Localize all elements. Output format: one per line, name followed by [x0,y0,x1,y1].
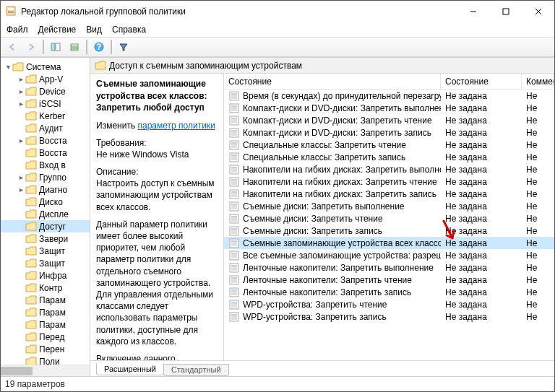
setting-row[interactable]: Съемные диски: Запретить выполнениеНе за… [224,200,554,212]
statusbar: 19 параметров [1,376,554,391]
setting-row[interactable]: Накопители на гибких дисках: Запретить ч… [224,175,554,188]
setting-label: WPD-устройства: Запретить запись [243,312,387,322]
setting-row[interactable]: WPD-устройства: Запретить чтениеНе задан… [224,298,554,310]
tree-item[interactable]: Защит [1,257,90,269]
menu-help[interactable]: Справка [112,25,146,35]
folder-icon [25,87,37,96]
setting-row[interactable]: Съемные диски: Запретить записьНе задана… [224,225,554,237]
folder-icon [25,320,37,329]
tree-label: Поли [39,357,60,365]
tree-item[interactable]: Диспле [1,208,90,220]
setting-row[interactable]: Ленточные накопители: Запретить выполнен… [224,261,554,274]
folder-icon [25,74,37,84]
svg-rect-86 [230,263,238,272]
tree-item[interactable]: Достуг [1,220,90,232]
setting-row[interactable]: Компакт-диски и DVD-диски: Запретить вып… [224,102,554,114]
twisty-icon[interactable]: ▸ [17,186,25,193]
tree-item[interactable]: Контр [1,282,90,294]
folder-icon [25,271,37,280]
twisty-icon[interactable]: ▸ [17,100,25,108]
tree-item[interactable]: Защит [1,245,90,257]
tree-item[interactable]: ▸Device [1,85,90,97]
col-state[interactable]: Состояние [441,74,522,89]
setting-label: Время (в секундах) до принудительной пер… [243,91,441,101]
tree-item[interactable]: Завери [1,232,90,245]
edit-policy-link[interactable]: параметр политики [137,121,215,131]
setting-row[interactable]: Компакт-диски и DVD-диски: Запретить зап… [224,126,554,139]
tree-item[interactable]: Инфра [1,269,90,282]
setting-label: Ленточные накопители: Запретить запись [243,287,411,297]
setting-label: Съемные диски: Запретить чтение [243,214,383,224]
minimize-button[interactable] [457,1,489,22]
tree-item[interactable]: Вход в [1,159,90,171]
help-button[interactable]: ? [90,39,108,55]
tree-item[interactable]: Парам [1,294,90,306]
setting-row[interactable]: Время (в секундах) до принудительной пер… [224,90,554,102]
setting-row[interactable]: Специальные классы: Запретить записьНе з… [224,151,554,163]
state-cell: Не задана [441,189,522,199]
filter-button[interactable] [115,39,132,55]
comment-cell: Не [522,140,554,150]
forward-button[interactable] [22,39,40,55]
setting-icon [228,127,240,139]
comment-cell: Не [522,189,554,199]
twisty-icon[interactable]: ▸ [17,75,25,83]
setting-row[interactable]: Накопители на гибких дисках: Запретить з… [224,188,554,200]
export-list-button[interactable] [66,39,83,55]
twisty-icon[interactable]: ▸ [17,136,25,144]
tree-item[interactable]: ▸iSCSI [1,97,90,110]
tree-item[interactable]: Диско [1,196,90,208]
tree-item[interactable]: Аудит [1,122,90,134]
col-setting[interactable]: Состояние [224,74,441,89]
setting-row[interactable]: Ленточные накопители: Запретить записьНе… [224,286,554,298]
svg-rect-2 [8,11,14,12]
show-hide-tree-button[interactable] [47,39,64,55]
tree-item[interactable]: Kerber [1,110,90,122]
tree-item[interactable]: ▸Диагно [1,183,90,196]
twisty-icon[interactable]: ▸ [17,87,25,95]
twisty-icon[interactable]: ▸ [17,173,25,181]
menu-view[interactable]: Вид [86,25,102,35]
close-button[interactable] [522,1,554,22]
setting-row[interactable]: Специальные классы: Запретить чтениеНе з… [224,139,554,151]
setting-row[interactable]: Съемные запоминающие устройства всех кла… [224,237,554,249]
setting-icon [228,103,240,114]
setting-row[interactable]: Компакт-диски и DVD-диски: Запретить чте… [224,114,554,126]
setting-icon [228,299,240,310]
comment-cell: Не [522,226,554,236]
setting-row[interactable]: Накопители на гибких дисках: Запретить в… [224,163,554,175]
tab-standard[interactable]: Стандартный [163,364,229,376]
state-cell: Не задана [441,128,522,138]
maximize-button[interactable] [489,1,522,22]
tree-item[interactable]: Перен [1,343,90,355]
tree-item[interactable]: Парам [1,318,90,331]
state-cell: Не задана [441,165,522,175]
settings-list[interactable]: Состояние Состояние Коммен Время (в секу… [224,74,554,360]
menu-action[interactable]: Действие [38,25,77,35]
tree-item[interactable]: Перед [1,331,90,343]
tree-item[interactable]: Поли [1,355,90,365]
tab-extended[interactable]: Расширенный [96,363,164,375]
menu-file[interactable]: Файл [7,25,28,35]
svg-rect-61 [230,202,238,211]
tree-item[interactable]: ▸Группо [1,171,90,183]
tree-item[interactable]: Парам [1,306,90,318]
setting-label: Съемные запоминающие устройства всех кла… [243,238,441,248]
state-cell: Не задана [441,263,522,273]
tree-item[interactable]: Восста [1,147,90,159]
tree-pane[interactable]: ▾Система▸App-V▸Device▸iSCSIKerberАудит▸В… [1,58,90,376]
tree-hscrollbar[interactable] [1,365,90,376]
setting-icon [228,238,240,249]
tree-label: Kerber [39,111,65,121]
setting-row[interactable]: Все съемные запоминающие устройства: раз… [224,249,554,261]
svg-rect-9 [56,43,60,51]
tree-item[interactable]: ▸Восста [1,134,90,147]
setting-row[interactable]: WPD-устройства: Запретить записьНе задан… [224,310,554,323]
setting-row[interactable]: Ленточные накопители: Запретить чтениеНе… [224,274,554,286]
col-comment[interactable]: Коммен [522,74,554,89]
twisty-icon[interactable]: ▾ [4,63,12,71]
back-button[interactable] [4,39,21,55]
setting-row[interactable]: Съемные диски: Запретить чтениеНе задана… [224,212,554,225]
tree-item[interactable]: ▸App-V [1,73,90,85]
tree-item[interactable]: ▾Система [1,61,90,73]
